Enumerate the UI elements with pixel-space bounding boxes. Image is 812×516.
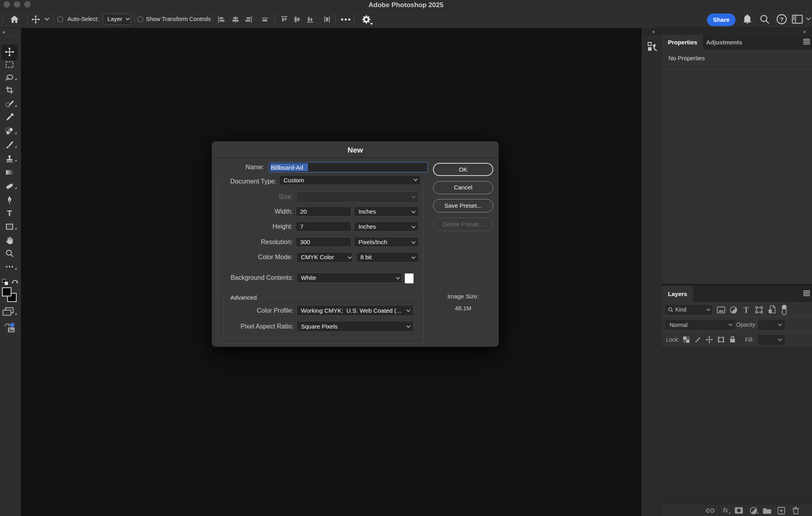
svg-text:T: T <box>7 208 12 218</box>
svg-text:?: ? <box>780 16 783 23</box>
